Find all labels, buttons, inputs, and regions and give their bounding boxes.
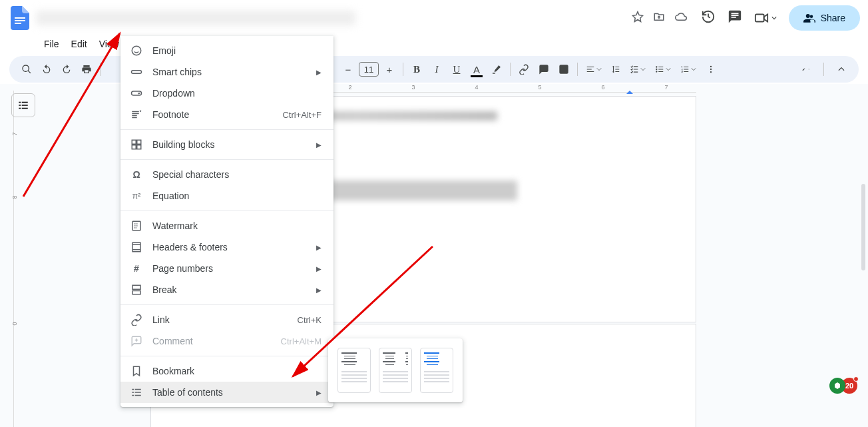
- menu-emoji[interactable]: Emoji: [120, 40, 333, 61]
- editing-mode-tool[interactable]: [797, 60, 815, 79]
- bullet-list-tool[interactable]: [651, 60, 675, 79]
- menu-footnote[interactable]: Footnote Ctrl+Alt+F: [120, 104, 333, 125]
- doc-title-area: [36, 11, 632, 25]
- header-right-actions: Share: [701, 5, 860, 31]
- insert-menu-dropdown: Emoji Smart chips ▶ Dropdown Footnote Ct…: [120, 36, 333, 407]
- svg-point-5: [561, 67, 563, 69]
- watermark-icon: [130, 219, 143, 232]
- title-bar: Share: [0, 0, 868, 36]
- toc-option-linked[interactable]: [420, 348, 453, 393]
- svg-rect-22: [132, 291, 140, 294]
- star-icon[interactable]: [632, 11, 644, 25]
- history-icon[interactable]: [701, 9, 716, 27]
- menu-break[interactable]: Break ▶: [120, 279, 333, 300]
- menu-view[interactable]: View: [94, 36, 124, 52]
- svg-point-8: [656, 71, 657, 72]
- chevron-right-icon: ▶: [316, 244, 322, 251]
- cloud-status-icon[interactable]: [674, 11, 688, 25]
- more-tools[interactable]: [702, 60, 720, 79]
- scrollbar[interactable]: [861, 184, 865, 270]
- toc-option-plain[interactable]: [337, 348, 371, 393]
- menu-file[interactable]: File: [39, 36, 65, 52]
- menu-bookmark[interactable]: Bookmark: [120, 360, 333, 382]
- svg-rect-21: [132, 285, 140, 289]
- bold-tool[interactable]: B: [407, 60, 426, 79]
- add-comment-tool[interactable]: [535, 60, 553, 79]
- dropdown-icon: [130, 87, 143, 100]
- checklist-tool[interactable]: [626, 60, 650, 79]
- svg-rect-13: [132, 71, 142, 74]
- menu-special-chars[interactable]: Ω Special characters: [120, 164, 333, 185]
- menu-link[interactable]: Link Ctrl+K: [120, 309, 333, 330]
- smart-chips-icon: [130, 65, 143, 79]
- svg-rect-2: [15, 23, 21, 24]
- svg-point-12: [132, 46, 141, 55]
- italic-tool[interactable]: I: [427, 60, 446, 79]
- svg-point-7: [656, 69, 657, 70]
- building-blocks-icon: [130, 138, 143, 151]
- insert-image-tool[interactable]: [554, 60, 573, 79]
- menu-comment: Comment Ctrl+Alt+M: [120, 330, 333, 352]
- print-tool[interactable]: [77, 60, 96, 79]
- svg-point-10: [710, 69, 712, 70]
- left-sidebar: [0, 84, 47, 427]
- chevron-right-icon: ▶: [316, 265, 322, 272]
- insert-link-tool[interactable]: [515, 60, 533, 79]
- redo-tool[interactable]: [57, 60, 76, 79]
- chevron-right-icon: ▶: [316, 69, 322, 76]
- expand-toolbar[interactable]: [832, 60, 851, 79]
- equation-icon: π²: [130, 189, 143, 203]
- toc-icon: [130, 386, 143, 399]
- svg-rect-18: [137, 145, 141, 149]
- omega-icon: Ω: [130, 168, 143, 181]
- floating-badges[interactable]: 20: [829, 378, 857, 394]
- break-icon: [130, 283, 143, 296]
- menu-smart-chips[interactable]: Smart chips ▶: [120, 61, 333, 83]
- headers-footers-icon: [130, 240, 143, 254]
- menu-page-numbers[interactable]: # Page numbers ▶: [120, 258, 333, 279]
- menu-equation[interactable]: π² Equation: [120, 185, 333, 207]
- document-outline-button[interactable]: [11, 93, 35, 117]
- font-size-input[interactable]: 11: [359, 62, 379, 77]
- share-label: Share: [821, 13, 845, 23]
- menu-edit[interactable]: Edit: [66, 36, 93, 52]
- chevron-right-icon: ▶: [316, 389, 322, 396]
- people-icon: [803, 12, 815, 24]
- underline-tool[interactable]: U: [447, 60, 466, 79]
- svg-point-9: [710, 66, 712, 67]
- chevron-right-icon: ▶: [316, 286, 322, 294]
- svg-point-6: [656, 66, 657, 67]
- title-icons: [632, 11, 688, 25]
- menu-watermark[interactable]: Watermark: [120, 215, 333, 236]
- share-button[interactable]: Share: [789, 5, 860, 31]
- menu-building-blocks[interactable]: Building blocks ▶: [120, 134, 333, 155]
- comments-icon[interactable]: [728, 9, 742, 27]
- menu-dropdown[interactable]: Dropdown: [120, 83, 333, 104]
- toc-option-dotted[interactable]: [379, 348, 412, 393]
- text-color-tool[interactable]: A: [467, 60, 486, 79]
- highlight-tool[interactable]: [487, 60, 506, 79]
- align-tool[interactable]: [582, 60, 606, 79]
- move-icon[interactable]: [653, 11, 665, 25]
- bookmark-icon: [130, 364, 143, 378]
- menu-table-of-contents[interactable]: Table of contents ▶: [120, 382, 333, 403]
- badge-green[interactable]: [829, 378, 845, 394]
- meet-button[interactable]: [754, 11, 777, 25]
- toc-submenu: [328, 338, 463, 402]
- undo-tool[interactable]: [37, 60, 56, 79]
- svg-rect-0: [15, 17, 25, 19]
- doc-title[interactable]: [36, 11, 355, 25]
- font-size-minus[interactable]: −: [339, 60, 357, 79]
- comment-icon: [130, 334, 143, 348]
- page-numbers-icon: #: [130, 262, 143, 275]
- search-tool[interactable]: [17, 60, 36, 79]
- svg-rect-3: [755, 15, 763, 22]
- font-size-plus[interactable]: +: [380, 60, 399, 79]
- link-icon: [130, 313, 143, 326]
- numbered-list-tool[interactable]: [676, 60, 700, 79]
- svg-rect-1: [15, 20, 25, 21]
- docs-logo[interactable]: [8, 6, 32, 30]
- svg-rect-15: [132, 140, 136, 144]
- menu-headers-footers[interactable]: Headers & footers ▶: [120, 236, 333, 258]
- line-spacing-tool[interactable]: [607, 60, 624, 79]
